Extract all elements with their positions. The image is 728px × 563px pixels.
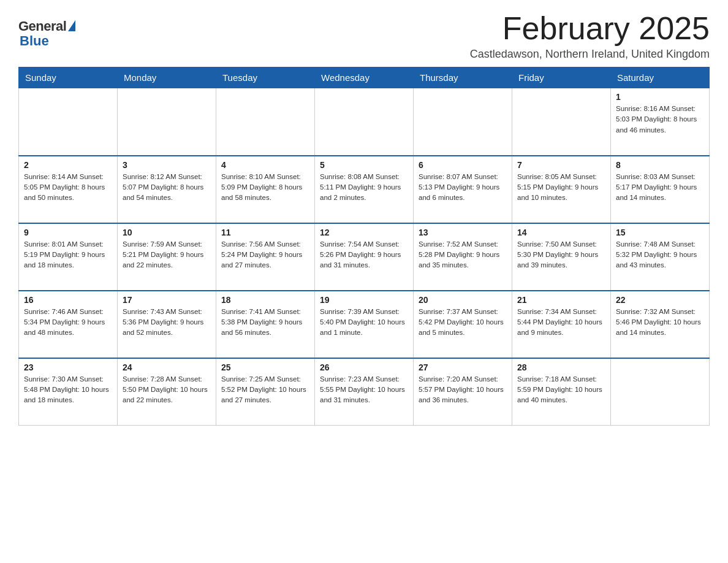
calendar-cell: 18Sunrise: 7:41 AM Sunset: 5:38 PM Dayli… (216, 291, 315, 358)
day-number: 13 (419, 228, 507, 237)
day-number: 16 (24, 295, 112, 305)
logo: General Blue (18, 12, 75, 49)
location-text: Castledawson, Northern Ireland, United K… (470, 48, 710, 61)
day-number: 27 (419, 362, 507, 372)
day-number: 15 (616, 228, 704, 237)
calendar-cell: 14Sunrise: 7:50 AM Sunset: 5:30 PM Dayli… (512, 223, 611, 291)
day-info: Sunrise: 7:54 AM Sunset: 5:26 PM Dayligh… (320, 239, 408, 271)
calendar-cell: 1Sunrise: 8:16 AM Sunset: 5:03 PM Daylig… (611, 88, 710, 156)
calendar-cell (216, 88, 315, 156)
day-info: Sunrise: 7:39 AM Sunset: 5:40 PM Dayligh… (320, 307, 408, 339)
calendar-cell (118, 88, 216, 156)
day-number: 24 (123, 362, 211, 372)
calendar-cell: 22Sunrise: 7:32 AM Sunset: 5:46 PM Dayli… (611, 291, 710, 358)
day-header-monday: Monday (118, 67, 216, 88)
day-info: Sunrise: 7:52 AM Sunset: 5:28 PM Dayligh… (419, 239, 507, 271)
calendar-cell: 3Sunrise: 8:12 AM Sunset: 5:07 PM Daylig… (118, 156, 216, 223)
calendar-cell: 6Sunrise: 8:07 AM Sunset: 5:13 PM Daylig… (414, 156, 512, 223)
week-row-3: 9Sunrise: 8:01 AM Sunset: 5:19 PM Daylig… (19, 223, 710, 291)
day-header-friday: Friday (512, 67, 611, 88)
week-row-5: 23Sunrise: 7:30 AM Sunset: 5:48 PM Dayli… (19, 358, 710, 426)
day-info: Sunrise: 7:30 AM Sunset: 5:48 PM Dayligh… (24, 374, 112, 406)
calendar-cell: 5Sunrise: 8:08 AM Sunset: 5:11 PM Daylig… (315, 156, 414, 223)
day-info: Sunrise: 7:32 AM Sunset: 5:46 PM Dayligh… (616, 307, 704, 339)
calendar-cell: 2Sunrise: 8:14 AM Sunset: 5:05 PM Daylig… (19, 156, 118, 223)
day-info: Sunrise: 7:28 AM Sunset: 5:50 PM Dayligh… (123, 374, 211, 406)
logo-general-text: General (18, 18, 66, 34)
day-number: 8 (616, 160, 704, 170)
day-number: 6 (419, 160, 507, 170)
calendar-cell: 23Sunrise: 7:30 AM Sunset: 5:48 PM Dayli… (19, 358, 118, 426)
calendar-cell (611, 358, 710, 426)
day-number: 1 (616, 92, 704, 102)
day-info: Sunrise: 7:59 AM Sunset: 5:21 PM Dayligh… (123, 239, 211, 271)
calendar-cell (512, 88, 611, 156)
calendar-cell: 27Sunrise: 7:20 AM Sunset: 5:57 PM Dayli… (414, 358, 512, 426)
day-info: Sunrise: 7:20 AM Sunset: 5:57 PM Dayligh… (419, 374, 507, 406)
page-header: General Blue February 2025 Castledawson,… (18, 12, 710, 61)
day-header-wednesday: Wednesday (315, 67, 414, 88)
calendar-cell: 8Sunrise: 8:03 AM Sunset: 5:17 PM Daylig… (611, 156, 710, 223)
day-info: Sunrise: 8:12 AM Sunset: 5:07 PM Dayligh… (123, 172, 211, 204)
day-number: 11 (221, 228, 309, 237)
day-info: Sunrise: 8:07 AM Sunset: 5:13 PM Dayligh… (419, 172, 507, 204)
calendar-cell: 4Sunrise: 8:10 AM Sunset: 5:09 PM Daylig… (216, 156, 315, 223)
calendar-cell: 19Sunrise: 7:39 AM Sunset: 5:40 PM Dayli… (315, 291, 414, 358)
day-info: Sunrise: 8:03 AM Sunset: 5:17 PM Dayligh… (616, 172, 704, 204)
day-number: 17 (123, 295, 211, 305)
calendar-cell (414, 88, 512, 156)
day-number: 14 (517, 228, 605, 237)
day-info: Sunrise: 8:05 AM Sunset: 5:15 PM Dayligh… (517, 172, 605, 204)
day-info: Sunrise: 7:56 AM Sunset: 5:24 PM Dayligh… (221, 239, 309, 271)
day-info: Sunrise: 7:48 AM Sunset: 5:32 PM Dayligh… (616, 239, 704, 271)
calendar-cell: 12Sunrise: 7:54 AM Sunset: 5:26 PM Dayli… (315, 223, 414, 291)
day-info: Sunrise: 7:25 AM Sunset: 5:52 PM Dayligh… (221, 374, 309, 406)
day-number: 3 (123, 160, 211, 170)
day-number: 19 (320, 295, 408, 305)
day-header-sunday: Sunday (19, 67, 118, 88)
day-info: Sunrise: 8:16 AM Sunset: 5:03 PM Dayligh… (616, 104, 704, 136)
week-row-4: 16Sunrise: 7:46 AM Sunset: 5:34 PM Dayli… (19, 291, 710, 358)
day-info: Sunrise: 7:46 AM Sunset: 5:34 PM Dayligh… (24, 307, 112, 339)
calendar-cell: 16Sunrise: 7:46 AM Sunset: 5:34 PM Dayli… (19, 291, 118, 358)
day-number: 20 (419, 295, 507, 305)
calendar-cell: 17Sunrise: 7:43 AM Sunset: 5:36 PM Dayli… (118, 291, 216, 358)
day-number: 26 (320, 362, 408, 372)
calendar-cell: 24Sunrise: 7:28 AM Sunset: 5:50 PM Dayli… (118, 358, 216, 426)
calendar-cell: 9Sunrise: 8:01 AM Sunset: 5:19 PM Daylig… (19, 223, 118, 291)
calendar-cell (19, 88, 118, 156)
calendar-cell: 21Sunrise: 7:34 AM Sunset: 5:44 PM Dayli… (512, 291, 611, 358)
day-info: Sunrise: 8:08 AM Sunset: 5:11 PM Dayligh… (320, 172, 408, 204)
day-number: 12 (320, 228, 408, 237)
calendar-cell: 10Sunrise: 7:59 AM Sunset: 5:21 PM Dayli… (118, 223, 216, 291)
calendar-cell: 28Sunrise: 7:18 AM Sunset: 5:59 PM Dayli… (512, 358, 611, 426)
calendar-cell: 26Sunrise: 7:23 AM Sunset: 5:55 PM Dayli… (315, 358, 414, 426)
calendar-table: SundayMondayTuesdayWednesdayThursdayFrid… (18, 67, 710, 426)
day-header-thursday: Thursday (414, 67, 512, 88)
day-header-saturday: Saturday (611, 67, 710, 88)
day-info: Sunrise: 7:37 AM Sunset: 5:42 PM Dayligh… (419, 307, 507, 339)
calendar-cell: 20Sunrise: 7:37 AM Sunset: 5:42 PM Dayli… (414, 291, 512, 358)
calendar-cell: 13Sunrise: 7:52 AM Sunset: 5:28 PM Dayli… (414, 223, 512, 291)
calendar-cell: 11Sunrise: 7:56 AM Sunset: 5:24 PM Dayli… (216, 223, 315, 291)
day-info: Sunrise: 7:43 AM Sunset: 5:36 PM Dayligh… (123, 307, 211, 339)
week-row-2: 2Sunrise: 8:14 AM Sunset: 5:05 PM Daylig… (19, 156, 710, 223)
day-header-tuesday: Tuesday (216, 67, 315, 88)
title-block: February 2025 Castledawson, Northern Ire… (470, 12, 710, 61)
day-number: 10 (123, 228, 211, 237)
logo-triangle-icon (68, 20, 75, 31)
day-number: 28 (517, 362, 605, 372)
day-info: Sunrise: 7:34 AM Sunset: 5:44 PM Dayligh… (517, 307, 605, 339)
day-info: Sunrise: 8:01 AM Sunset: 5:19 PM Dayligh… (24, 239, 112, 271)
week-row-1: 1Sunrise: 8:16 AM Sunset: 5:03 PM Daylig… (19, 88, 710, 156)
calendar-header-row: SundayMondayTuesdayWednesdayThursdayFrid… (19, 67, 710, 88)
logo-blue-text: Blue (20, 33, 49, 49)
day-number: 23 (24, 362, 112, 372)
calendar-cell: 7Sunrise: 8:05 AM Sunset: 5:15 PM Daylig… (512, 156, 611, 223)
day-number: 7 (517, 160, 605, 170)
calendar-cell: 15Sunrise: 7:48 AM Sunset: 5:32 PM Dayli… (611, 223, 710, 291)
day-info: Sunrise: 8:10 AM Sunset: 5:09 PM Dayligh… (221, 172, 309, 204)
day-number: 21 (517, 295, 605, 305)
day-number: 25 (221, 362, 309, 372)
day-info: Sunrise: 7:41 AM Sunset: 5:38 PM Dayligh… (221, 307, 309, 339)
